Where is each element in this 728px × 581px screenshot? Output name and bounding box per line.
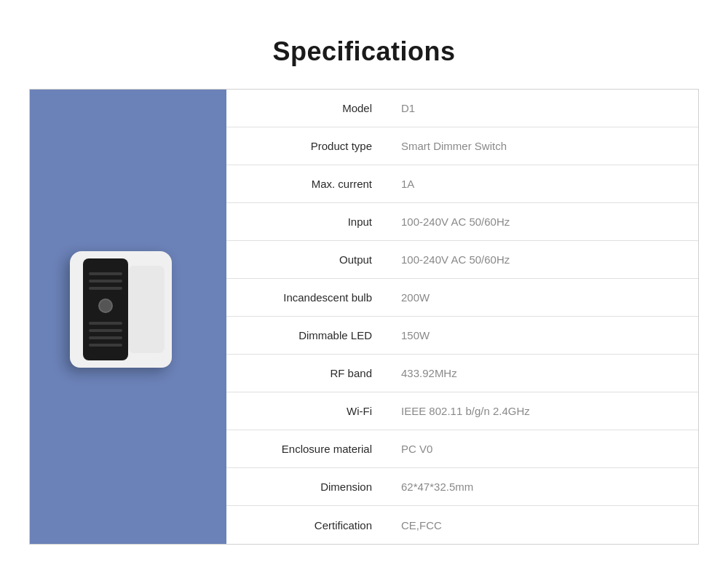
vent-line-6 [89, 336, 122, 339]
spec-value: 62*47*32.5mm [387, 470, 698, 503]
spec-label: Output [226, 243, 387, 276]
page-title: Specifications [29, 36, 699, 67]
spec-row: Enclosure materialPC V0 [226, 430, 698, 468]
spec-row: Input100-240V AC 50/60Hz [226, 203, 698, 241]
spec-row: CertificationCE,FCC [226, 506, 698, 544]
spec-row: Dimmable LED150W [226, 317, 698, 355]
vent-line-2 [89, 280, 122, 282]
vent-line-5 [89, 329, 122, 332]
spec-label: Dimmable LED [226, 319, 387, 352]
spec-label: Incandescent bulb [226, 281, 387, 314]
device-lens [98, 299, 113, 313]
spec-label: Input [226, 205, 387, 238]
vent-line-3 [89, 287, 122, 290]
spec-label: Model [226, 92, 387, 125]
spec-label: Certification [226, 509, 387, 542]
spec-value: IEEE 802.11 b/g/n 2.4GHz [387, 395, 698, 427]
product-image-cell [30, 90, 226, 544]
spec-value: 1A [387, 167, 698, 200]
spec-row: RF band433.92MHz [226, 355, 698, 392]
spec-value: 100-240V AC 50/60Hz [387, 243, 698, 276]
spec-value: PC V0 [387, 432, 698, 465]
spec-value: Smart Dimmer Switch [387, 130, 698, 162]
device-body [70, 251, 172, 368]
specs-table: ModelD1Product typeSmart Dimmer SwitchMa… [29, 89, 699, 545]
device-side-panel [128, 266, 165, 353]
vent-line-7 [89, 344, 122, 347]
spec-row: Product typeSmart Dimmer Switch [226, 127, 698, 165]
spec-label: Max. current [226, 167, 387, 200]
page-container: Specifications [15, 22, 713, 559]
spec-value: CE,FCC [387, 509, 698, 542]
vent-line-4 [89, 322, 122, 325]
spec-label: RF band [226, 357, 387, 390]
spec-value: 433.92MHz [387, 357, 698, 390]
device-front-panel [83, 258, 128, 360]
spec-value: 150W [387, 319, 698, 352]
spec-value: D1 [387, 92, 698, 125]
spec-label: Dimension [226, 470, 387, 503]
product-illustration [70, 251, 186, 382]
spec-label: Enclosure material [226, 432, 387, 465]
spec-value: 200W [387, 281, 698, 314]
spec-row: Wi-FiIEEE 802.11 b/g/n 2.4GHz [226, 392, 698, 430]
spec-row: Max. current1A [226, 165, 698, 203]
specs-rows: ModelD1Product typeSmart Dimmer SwitchMa… [226, 90, 698, 544]
vent-line-1 [89, 272, 122, 275]
spec-label: Wi-Fi [226, 395, 387, 427]
spec-row: Output100-240V AC 50/60Hz [226, 241, 698, 279]
spec-row: ModelD1 [226, 90, 698, 127]
spec-row: Dimension62*47*32.5mm [226, 468, 698, 506]
spec-label: Product type [226, 130, 387, 162]
spec-value: 100-240V AC 50/60Hz [387, 205, 698, 238]
spec-row: Incandescent bulb200W [226, 279, 698, 317]
